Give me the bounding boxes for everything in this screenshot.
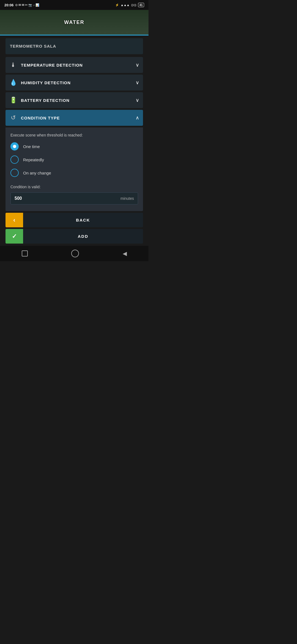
condition-type-content: Execute scene when threshold is reached:…: [6, 127, 143, 211]
signal-icon: ▲▲▲: [121, 3, 130, 7]
bluetooth-icon: ⚡: [115, 3, 119, 7]
back-button[interactable]: BACK: [23, 213, 143, 227]
humidity-chevron-icon: ∨: [136, 80, 139, 86]
radio-on-any-change-indicator: [10, 169, 19, 177]
header-image: WATER: [0, 10, 148, 35]
header-title: WATER: [64, 20, 84, 25]
radio-on-any-change-label: On any change: [23, 171, 51, 175]
condition-chevron-icon: ∧: [136, 115, 139, 121]
battery-indicator: 41: [138, 3, 144, 7]
humidity-icon: 💧: [9, 79, 17, 86]
temperature-chevron-icon: ∨: [136, 62, 139, 68]
minutes-input-row[interactable]: 500 minutes: [10, 192, 138, 204]
radio-repeatedly-label: Repeatedly: [23, 157, 44, 162]
nav-home-icon[interactable]: [71, 250, 79, 257]
radio-group: One time Repeatedly On any change: [10, 142, 138, 177]
condition-valid-label: Condition is valid:: [10, 185, 138, 189]
time-display: 20:06: [4, 3, 13, 7]
minutes-value: 500: [15, 196, 120, 201]
condition-type-label: CONDITION TYPE: [21, 116, 132, 120]
device-name-section: TERMOMETRO SALA: [6, 38, 143, 54]
temperature-label: TEMPERATURE DETECTION: [21, 63, 132, 67]
radio-on-any-change[interactable]: On any change: [10, 169, 138, 177]
radio-one-time[interactable]: One time: [10, 142, 138, 151]
bottom-buttons: ‹ BACK ✓ ADD: [0, 213, 148, 244]
condition-icon: ↺: [9, 114, 17, 121]
radio-repeatedly[interactable]: Repeatedly: [10, 155, 138, 164]
device-name: TERMOMETRO SALA: [10, 44, 56, 48]
threshold-label: Execute scene when threshold is reached:: [10, 133, 138, 137]
notification-icons: ⊙ ✉ ✉ ✂ 📷 ♪ 📊: [15, 3, 39, 7]
status-bar: 20:06 ⊙ ✉ ✉ ✂ 📷 ♪ 📊 ⚡ ▲▲▲ ((•)) 41: [0, 0, 148, 10]
system-icons: ⚡ ▲▲▲ ((•)) 41: [115, 3, 144, 7]
battery-label: BATTERY DETECTION: [21, 98, 132, 103]
minutes-unit: minutes: [120, 196, 134, 201]
radio-repeatedly-indicator: [10, 155, 19, 164]
battery-icon: 🔋: [9, 97, 17, 104]
back-icon: ‹: [6, 213, 23, 227]
back-button-row[interactable]: ‹ BACK: [6, 213, 143, 227]
add-button-row[interactable]: ✓ ADD: [6, 229, 143, 244]
humidity-detection-row[interactable]: 💧 HUMIDITY DETECTION ∨: [6, 75, 143, 91]
checkmark-icon: ✓: [6, 229, 23, 244]
header-blue-line: [0, 35, 148, 36]
thermometer-icon: 🌡: [9, 61, 17, 69]
condition-type-row[interactable]: ↺ CONDITION TYPE ∧: [6, 110, 143, 126]
nav-back-icon[interactable]: ◀: [123, 250, 127, 257]
temperature-detection-row[interactable]: 🌡 TEMPERATURE DETECTION ∨: [6, 57, 143, 73]
navigation-bar: ◀: [0, 246, 148, 261]
radio-one-time-indicator: [10, 142, 19, 151]
add-button[interactable]: ADD: [23, 229, 143, 244]
nav-square-icon[interactable]: [22, 250, 28, 256]
battery-chevron-icon: ∨: [136, 97, 139, 103]
radio-one-time-label: One time: [23, 144, 40, 149]
wifi-icon: ((•)): [131, 3, 136, 7]
battery-detection-row[interactable]: 🔋 BATTERY DETECTION ∨: [6, 92, 143, 108]
humidity-label: HUMIDITY DETECTION: [21, 80, 132, 85]
